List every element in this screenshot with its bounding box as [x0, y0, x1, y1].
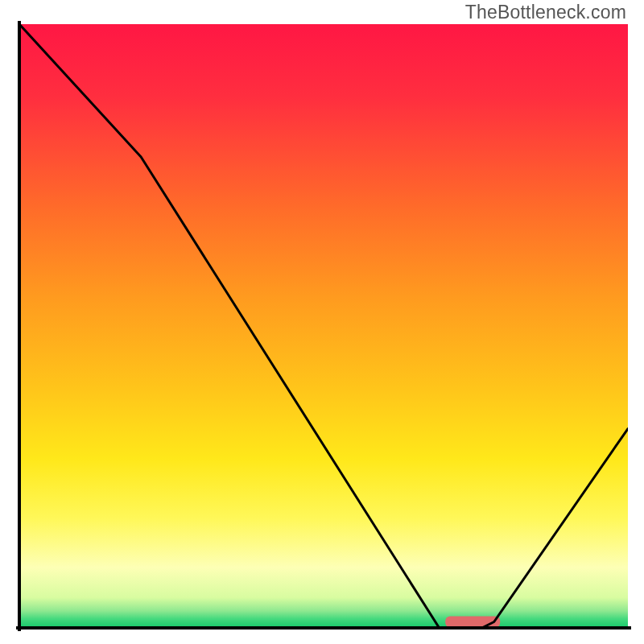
- chart-container: TheBottleneck.com: [0, 0, 644, 644]
- attribution-text: TheBottleneck.com: [465, 2, 626, 23]
- gradient-background: [19, 24, 628, 628]
- bottleneck-chart: [0, 0, 644, 644]
